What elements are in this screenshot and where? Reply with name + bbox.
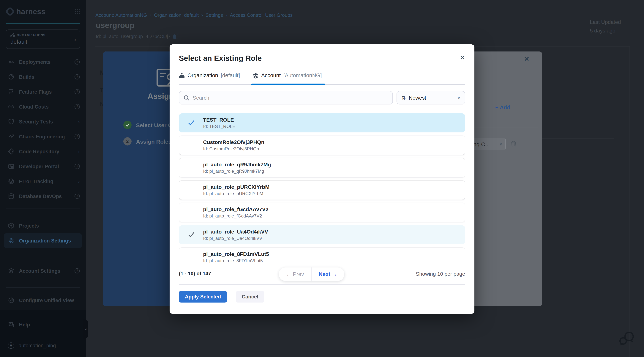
info-icon[interactable]: i <box>74 164 80 169</box>
sidebar-item-organization-settings[interactable]: Organization Settings <box>4 233 82 248</box>
last-updated-label: Last Updated <box>590 18 621 27</box>
sidebar-item-developer-portal[interactable]: Developer Portal i <box>0 159 86 174</box>
pagination-page-size: Showing 10 per page <box>416 271 465 277</box>
last-updated-value: 5 days ago <box>590 27 621 35</box>
support-chat-icon[interactable] <box>618 330 636 347</box>
prev-page-button[interactable]: ← Prev <box>279 267 312 281</box>
apply-selected-button[interactable]: Apply Selected <box>179 291 227 302</box>
tab-account[interactable]: Account [AutomationNG] <box>253 72 322 84</box>
sidebar-collapse-handle[interactable]: ◂ <box>83 319 88 339</box>
info-icon[interactable]: i <box>74 74 80 80</box>
sidebar-item-builds[interactable]: Builds i <box>0 69 86 84</box>
dialog-close-icon[interactable]: ✕ <box>460 54 465 62</box>
org-chart-icon <box>10 33 15 37</box>
code-repository-icon <box>8 148 14 155</box>
gear-icon <box>8 237 14 244</box>
info-icon[interactable]: i <box>74 89 80 94</box>
search-input[interactable] <box>193 95 388 101</box>
wizard-close-icon[interactable]: ✕ <box>524 55 530 63</box>
feature-flags-icon <box>8 88 14 95</box>
sidebar-item-chaos-engineering[interactable]: Chaos Engineering i <box>0 129 86 144</box>
role-row-test-role[interactable]: TEST_ROLE Id: TEST_ROLE <box>179 113 465 132</box>
info-icon[interactable]: i <box>74 59 80 65</box>
app-root: Account: AutomationNG›Organization: defa… <box>0 0 644 357</box>
background-card-edge <box>542 112 630 112</box>
right-panel-divider <box>630 46 630 357</box>
builds-icon <box>8 74 14 80</box>
usergroup-id: Id: pl_auto_usergroup_4D7bcCIJj7 <box>96 34 178 39</box>
sidebar-item-security-tests[interactable]: Security Tests › <box>0 114 86 129</box>
tab-organization[interactable]: Organization [default] <box>179 72 240 84</box>
search-icon <box>184 95 189 101</box>
chevron-right-icon: › <box>74 36 76 43</box>
select-existing-role-dialog: Select an Existing Role ✕ Organization [… <box>170 44 474 314</box>
sidebar-divider <box>6 287 80 288</box>
sidebar-item-code-repository[interactable]: Code Repository › <box>0 144 86 159</box>
sidebar-item-database-devops[interactable]: Database DevOps i <box>0 189 86 204</box>
sidebar-item-error-tracking[interactable]: Error Tracking › <box>0 174 86 189</box>
account-settings-icon <box>8 267 14 274</box>
sidebar-item-cloud-costs[interactable]: Cloud Costs i <box>0 99 86 114</box>
role-row[interactable]: pl_auto_role_qR9Jhmk7Mg Id: pl_auto_role… <box>179 158 465 177</box>
svg-text:?: ? <box>10 323 12 325</box>
breadcrumb-settings[interactable]: Settings <box>206 12 223 18</box>
tab-account-label: Account <box>261 72 281 78</box>
sort-select[interactable]: ⇅ Newest ∨ <box>396 91 465 105</box>
role-row[interactable]: CustomRole2Ofvj3PHQn Id: CustomRole2Ofvj… <box>179 136 465 155</box>
organization-selector[interactable]: ORGANIZATIONS default › <box>6 30 80 49</box>
add-role-binding-button[interactable]: + Add <box>495 105 510 110</box>
sidebar-item-help[interactable]: ? Help <box>0 317 86 332</box>
sidebar-item-feature-flags[interactable]: Feature Flags i <box>0 84 86 99</box>
copy-icon[interactable] <box>173 34 178 39</box>
error-tracking-icon <box>8 178 14 185</box>
breadcrumb: Account: AutomationNG›Organization: defa… <box>96 12 292 18</box>
app-grid-icon[interactable] <box>74 9 80 15</box>
dialog-divider <box>179 284 465 285</box>
chevron-right-icon: › <box>78 119 80 124</box>
avatar: A <box>8 342 14 348</box>
role-binding-select[interactable]: ng C... ∨ <box>471 138 506 150</box>
info-icon[interactable]: i <box>74 134 80 139</box>
sidebar-footer: ? Help A automation_ping <box>0 310 86 357</box>
breadcrumb-account[interactable]: Account: AutomationNG <box>96 12 147 18</box>
sidebar-item-configure-unified-view[interactable]: Configure Unified View <box>0 293 86 308</box>
last-updated: Last Updated 5 days ago <box>590 18 621 35</box>
info-icon[interactable]: i <box>74 194 80 199</box>
info-icon[interactable]: i <box>74 104 80 109</box>
cancel-button[interactable]: Cancel <box>236 291 264 302</box>
role-row[interactable]: pl_auto_role_pURCXlYrbM Id: pl_auto_role… <box>179 181 465 200</box>
chevron-right-icon: › <box>78 179 80 184</box>
help-chat-icon: ? <box>8 321 14 328</box>
delete-icon[interactable] <box>510 140 517 148</box>
tab-organization-badge: [default] <box>221 72 240 78</box>
pagination-range: (1 - 10) of 147 <box>179 271 211 276</box>
step-complete-check-icon <box>123 121 132 129</box>
next-page-button[interactable]: Next → <box>312 267 344 281</box>
info-icon[interactable]: i <box>74 268 80 273</box>
harness-logo-text[interactable]: harness <box>16 7 46 16</box>
org-chart-icon <box>179 73 185 79</box>
role-row-selected[interactable]: pl_auto_role_Ua4Od4ikVV Id: pl_auto_role… <box>179 225 465 244</box>
sidebar-divider <box>6 257 80 257</box>
breadcrumb-separator: › <box>150 12 152 18</box>
developer-portal-icon <box>8 163 14 170</box>
role-list: TEST_ROLE Id: TEST_ROLE CustomRole2Ofvj3… <box>179 113 465 265</box>
breadcrumb-organization[interactable]: Organization: default <box>154 12 199 18</box>
breadcrumb-access-control[interactable]: Access Control: User Groups <box>230 12 292 18</box>
role-row[interactable]: pl_auto_role_8FD1mVLut5 Id: pl_auto_role… <box>179 248 465 265</box>
sidebar-item-account-settings[interactable]: Account Settings i <box>0 263 86 278</box>
tab-organization-label: Organization <box>188 72 218 78</box>
org-selector-label: ORGANIZATIONS <box>17 33 46 37</box>
user-name: automation_ping <box>19 343 56 348</box>
scope-tabs: Organization [default] Account [Automati… <box>179 72 465 85</box>
cloud-costs-icon <box>8 103 14 110</box>
check-icon <box>188 231 194 238</box>
role-row[interactable]: pl_auto_role_fGcdAAv7V2 Id: pl_auto_role… <box>179 203 465 222</box>
user-menu[interactable]: A automation_ping <box>0 338 86 353</box>
chevron-down-icon: ∨ <box>500 142 502 146</box>
org-selector-value: default <box>10 39 76 45</box>
sidebar-item-projects[interactable]: Projects <box>0 218 86 233</box>
breadcrumb-separator: › <box>201 12 203 18</box>
pagination: (1 - 10) of 147 ← Prev Next → Showing 10… <box>179 267 465 281</box>
sidebar-item-deployments[interactable]: Deployments i <box>0 55 86 69</box>
